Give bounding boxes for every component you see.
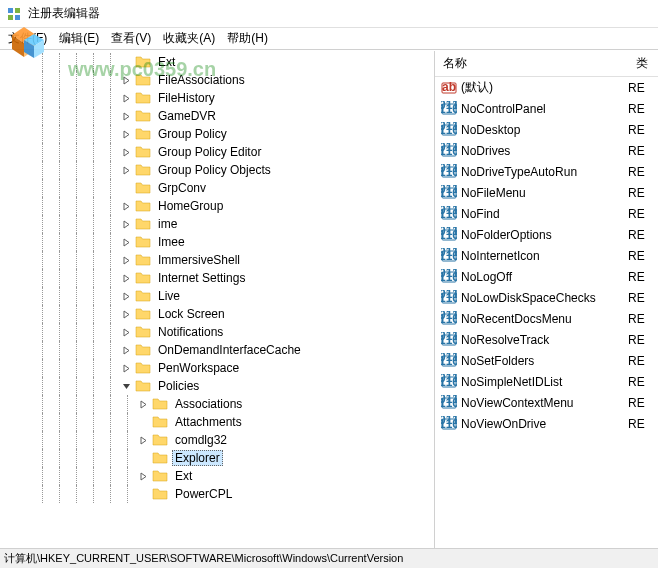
svg-text:110: 110 [441,228,457,242]
list-row[interactable]: 011110NoFolderOptionsRE [435,224,658,245]
value-type: RE [628,354,658,368]
tree-item[interactable]: PenWorkspace [0,359,434,377]
expander-icon[interactable] [119,163,133,177]
binary-value-icon: 011110 [441,206,457,222]
tree-item[interactable]: Internet Settings [0,269,434,287]
tree-item[interactable]: Group Policy [0,125,434,143]
tree-item[interactable]: Ext [0,53,434,71]
svg-text:110: 110 [441,396,457,410]
tree-item[interactable]: ime [0,215,434,233]
tree-item[interactable]: Live [0,287,434,305]
expander-icon[interactable] [119,307,133,321]
tree-label: PenWorkspace [155,361,242,375]
tree-item[interactable]: Ext [0,467,434,485]
list-row[interactable]: 011110NoDrivesRE [435,140,658,161]
expander-icon[interactable] [119,145,133,159]
svg-text:110: 110 [441,207,457,221]
tree-item[interactable]: GameDVR [0,107,434,125]
folder-icon [135,90,151,106]
tree-item[interactable]: Group Policy Objects [0,161,434,179]
tree-label: Policies [155,379,202,393]
folder-icon [152,468,168,484]
expander-icon[interactable] [119,217,133,231]
expander-icon[interactable] [119,127,133,141]
list-body[interactable]: ab(默认)RE011110NoControlPanelRE011110NoDe… [435,77,658,548]
expander-icon[interactable] [119,91,133,105]
expander-icon[interactable] [119,253,133,267]
folder-icon [135,216,151,232]
list-pane: 名称 类 ab(默认)RE011110NoControlPanelRE01111… [435,51,658,548]
list-row[interactable]: 011110NoFindRE [435,203,658,224]
binary-value-icon: 011110 [441,227,457,243]
tree-item[interactable]: OnDemandInterfaceCache [0,341,434,359]
menu-favorites[interactable]: 收藏夹(A) [163,30,215,47]
tree-item[interactable]: HomeGroup [0,197,434,215]
list-row[interactable]: 011110NoControlPanelRE [435,98,658,119]
list-row[interactable]: 011110NoLogOffRE [435,266,658,287]
folder-icon [152,450,168,466]
list-row[interactable]: 011110NoViewContextMenuRE [435,392,658,413]
tree-item[interactable]: FileAssociations [0,71,434,89]
expander-icon[interactable] [119,235,133,249]
list-row[interactable]: 011110NoLowDiskSpaceChecksRE [435,287,658,308]
tree-item[interactable]: ImmersiveShell [0,251,434,269]
expander-icon[interactable] [119,361,133,375]
expander-icon[interactable] [136,469,150,483]
folder-icon [135,198,151,214]
value-name: NoLogOff [461,270,628,284]
col-name[interactable]: 名称 [435,51,628,76]
folder-icon [135,126,151,142]
expander-icon[interactable] [119,271,133,285]
tree-item[interactable]: Explorer [0,449,434,467]
value-type: RE [628,165,658,179]
tree-item[interactable]: FileHistory [0,89,434,107]
expander-icon[interactable] [119,289,133,303]
expander-icon[interactable] [136,397,150,411]
binary-value-icon: 011110 [441,248,457,264]
menu-file[interactable]: 文件(F) [8,30,47,47]
expander-icon[interactable] [119,343,133,357]
tree-item[interactable]: Imee [0,233,434,251]
svg-text:110: 110 [441,102,457,116]
tree-item[interactable]: Notifications [0,323,434,341]
menu-help[interactable]: 帮助(H) [227,30,268,47]
tree-label: Group Policy [155,127,230,141]
tree-item[interactable]: Lock Screen [0,305,434,323]
folder-icon [135,234,151,250]
tree-item[interactable]: GrpConv [0,179,434,197]
tree-label: Lock Screen [155,307,228,321]
expander-icon[interactable] [119,379,133,393]
expander-icon[interactable] [119,199,133,213]
binary-value-icon: 011110 [441,332,457,348]
list-row[interactable]: 011110NoInternetIconRE [435,245,658,266]
expander-icon[interactable] [119,73,133,87]
menu-view[interactable]: 查看(V) [111,30,151,47]
svg-text:110: 110 [441,270,457,284]
expander-icon[interactable] [136,433,150,447]
list-row[interactable]: 011110NoDesktopRE [435,119,658,140]
list-row[interactable]: 011110NoRecentDocsMenuRE [435,308,658,329]
list-row[interactable]: 011110NoFileMenuRE [435,182,658,203]
expander-icon[interactable] [119,325,133,339]
value-name: NoDrives [461,144,628,158]
tree-item[interactable]: Associations [0,395,434,413]
col-type[interactable]: 类 [628,51,658,76]
list-row[interactable]: 011110NoDriveTypeAutoRunRE [435,161,658,182]
list-row[interactable]: 011110NoViewOnDriveRE [435,413,658,434]
tree-item[interactable]: PowerCPL [0,485,434,503]
menu-edit[interactable]: 编辑(E) [59,30,99,47]
folder-icon [135,360,151,376]
tree-label: Internet Settings [155,271,248,285]
tree-item[interactable]: Group Policy Editor [0,143,434,161]
binary-value-icon: 011110 [441,185,457,201]
list-row[interactable]: ab(默认)RE [435,77,658,98]
tree-item[interactable]: Attachments [0,413,434,431]
tree-item[interactable]: Policies [0,377,434,395]
expander-icon[interactable] [119,109,133,123]
tree-item[interactable]: comdlg32 [0,431,434,449]
list-row[interactable]: 011110NoResolveTrackRE [435,329,658,350]
list-row[interactable]: 011110NoSimpleNetIDListRE [435,371,658,392]
list-row[interactable]: 011110NoSetFoldersRE [435,350,658,371]
tree-pane[interactable]: ExtFileAssociationsFileHistoryGameDVRGro… [0,51,435,548]
string-value-icon: ab [441,80,457,96]
